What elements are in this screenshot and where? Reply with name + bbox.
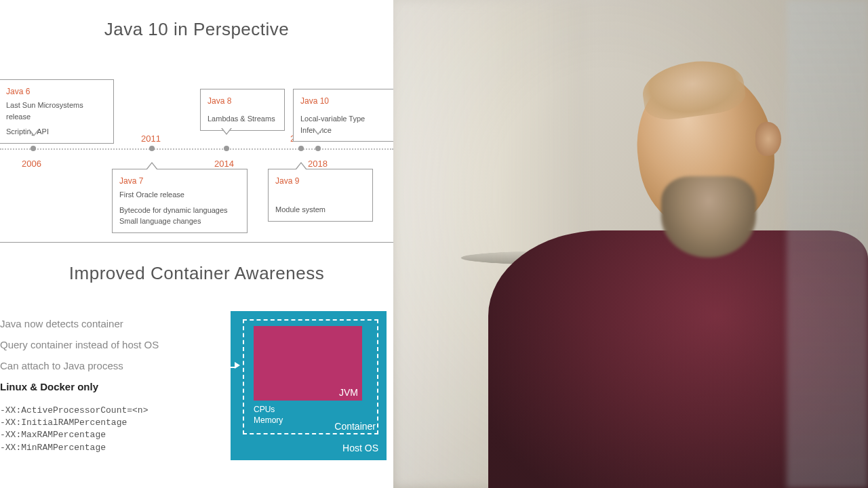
year-label: 2018 [308, 159, 328, 169]
box-line: Last Sun Microsystems release [6, 100, 106, 122]
box-line: Bytecode for dynamic languages [119, 205, 240, 216]
box-line: Scripting API [6, 126, 106, 138]
slide1-title: Java 10 in Perspective [0, 19, 393, 40]
slide2-title: Improved Container Awareness [0, 263, 393, 284]
pointer-icon [146, 162, 157, 169]
pointer-icon [28, 129, 39, 136]
timeline-box-java8: Java 8 Lambdas & Streams [200, 89, 285, 131]
box-title: Java 8 [208, 95, 277, 107]
memory-text: Memory [254, 415, 283, 425]
cpus-text: CPUs [254, 405, 275, 414]
timeline-dot [298, 146, 304, 151]
vignette [393, 0, 868, 488]
bullet-item: Java now detects container [0, 318, 217, 329]
pointer-icon [221, 128, 232, 135]
instructor-photo [393, 0, 868, 488]
pointer-icon [296, 162, 307, 169]
box-line: Lambdas & Streams [208, 113, 277, 125]
timeline-box-java6: Java 6 Last Sun Microsystems release Scr… [0, 79, 114, 144]
box-title: Java 9 [275, 175, 366, 187]
jvm-flags: -XX:ActiveProcessorCount=<n> -XX:Initial… [0, 405, 217, 454]
slide2-content: Java now detects container Query contain… [0, 311, 393, 460]
timeline-dot [224, 146, 229, 151]
host-label: Host OS [342, 443, 378, 453]
year-label: 2014 [214, 159, 234, 169]
flag-line: -XX:MaxRAMPercentage [0, 429, 217, 441]
box-title: Java 7 [119, 175, 240, 187]
resources-label: CPUs Memory [254, 405, 283, 426]
timeline-box-java7: Java 7 First Oracle release Bytecode for… [112, 169, 248, 233]
timeline-box-java10: Java 10 Local-variable Type Inference [293, 89, 393, 142]
timeline: 2006 2011 2014 2017 2018 Java 6 Last Sun… [0, 60, 393, 237]
box-line: Module system [275, 204, 366, 216]
timeline-dot [31, 146, 36, 151]
timeline-dot [149, 146, 155, 151]
box-title: Java 10 [300, 95, 387, 107]
box-line: First Oracle release [119, 189, 240, 201]
jvm-box: JVM [254, 326, 362, 401]
arrow-icon [218, 359, 240, 371]
box-line: Small language changes [119, 216, 240, 227]
flag-line: -XX:ActiveProcessorCount=<n> [0, 405, 217, 417]
container-label: Container [334, 421, 376, 432]
bullet-item-emphasis: Linux & Docker only [0, 381, 217, 392]
timeline-axis [0, 148, 393, 150]
slides-panel: Java 10 in Perspective 2006 2011 2014 20… [0, 0, 393, 488]
timeline-box-java9: Java 9 Module system [268, 169, 373, 222]
box-title: Java 6 [6, 85, 106, 98]
container-diagram: JVM CPUs Memory Container Host OS [231, 311, 387, 460]
flag-line: -XX:MinRAMPercentage [0, 442, 217, 454]
slide-java10-perspective: Java 10 in Perspective 2006 2011 2014 20… [0, 0, 393, 243]
year-label: 2011 [141, 134, 161, 144]
year-label: 2006 [22, 159, 41, 169]
bullet-list: Java now detects container Query contain… [0, 311, 217, 460]
bullet-item: Query container instead of host OS [0, 339, 217, 350]
bullet-item: Can attach to Java process [0, 360, 217, 371]
jvm-label: JVM [339, 387, 358, 398]
timeline-dot [315, 146, 321, 151]
slide-container-awareness: Improved Container Awareness Java now de… [0, 243, 393, 488]
pointer-icon [313, 128, 323, 135]
flag-line: -XX:InitialRAMPercentage [0, 417, 217, 429]
photo-scene [393, 0, 868, 488]
